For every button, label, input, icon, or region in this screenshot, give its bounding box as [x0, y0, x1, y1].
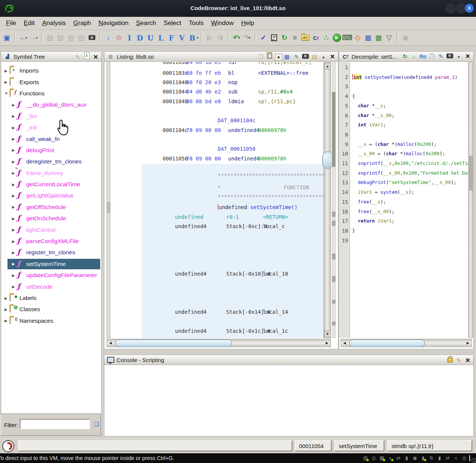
- menu-analysis[interactable]: Analysis: [39, 18, 70, 28]
- menu-search[interactable]: Search: [132, 18, 160, 28]
- toolbar-run-script-icon[interactable]: ▶: [332, 33, 342, 43]
- menu-file[interactable]: File: [2, 18, 20, 28]
- toolbar-diff-page-icon[interactable]: ▤: [77, 33, 86, 43]
- tree-item-debugprint[interactable]: ▶ƒdebugPrint: [1, 145, 101, 156]
- decompile-copy-icon[interactable]: ❐: [428, 52, 436, 61]
- vm-audio-icon[interactable]: ◖: [387, 455, 394, 461]
- decompile-edit-pencil-icon[interactable]: ✎: [437, 52, 445, 61]
- toolbar-table-icon[interactable]: ▦: [363, 33, 373, 43]
- tree-item-do-global-dtors-aux[interactable]: ▶ƒ__do_global_dtors_aux: [1, 99, 101, 110]
- tree-item-functions[interactable]: ▼ƒFunctions: [1, 88, 101, 99]
- decompile-vertical-scrollbar[interactable]: [468, 62, 473, 338]
- ghidra-status-icon[interactable]: [2, 440, 14, 452]
- decompile-header[interactable]: Cf Decompile: setS... ↻∴Ro❐✎▼✕: [339, 52, 473, 62]
- toolbar-datatype-folder-icon[interactable]: DT: [301, 33, 310, 43]
- toolbar-calltree-icon[interactable]: ∴: [322, 33, 331, 43]
- console-output[interactable]: [105, 365, 473, 436]
- toolbar-cf-icon[interactable]: Cf: [311, 33, 321, 43]
- expand-arrow-icon[interactable]: ▶: [12, 285, 15, 289]
- expand-arrow-icon[interactable]: ▶: [12, 194, 15, 198]
- toolbar-letter-D-icon[interactable]: D: [135, 33, 145, 43]
- listing-edit-fields-icon[interactable]: ✎: [292, 53, 301, 61]
- scroll-up-arrow[interactable]: ▲: [324, 63, 331, 70]
- toolbar-letter-B-icon[interactable]: B: [187, 33, 197, 43]
- tree-item-call-weak-fn[interactable]: ▶ƒcall_weak_fn: [1, 133, 101, 144]
- scroll-left-arrow[interactable]: ◀: [108, 340, 113, 346]
- listing-fields-icon[interactable]: ▦↓: [283, 53, 292, 61]
- decompile-refresh-icon[interactable]: ↻: [401, 52, 409, 61]
- vm-resize-grip[interactable]: [471, 458, 476, 463]
- decompile-vertical-scrollbar-thumb[interactable]: [469, 156, 473, 190]
- listing-dropdown-caret[interactable]: ▼: [319, 53, 328, 62]
- symbol-tree-header[interactable]: ▟ Symbol Tree ✎⇓✕: [1, 52, 101, 62]
- expand-arrow-icon[interactable]: ▶: [4, 296, 7, 300]
- toolbar-filmstrip-icon[interactable]: ≡: [290, 33, 300, 43]
- decompile-ro-icon[interactable]: Ro: [419, 52, 427, 61]
- vm-usb1-icon[interactable]: ▮: [403, 455, 410, 461]
- decompile-horizontal-scrollbar-thumb[interactable]: [349, 340, 425, 347]
- tree-item-namespaces[interactable]: ▶{}Namespaces: [1, 315, 101, 326]
- scroll-right-arrow[interactable]: ▶: [324, 340, 330, 346]
- menu-help[interactable]: Help: [237, 18, 258, 28]
- tree-item-labels[interactable]: ▶Labels: [1, 292, 101, 304]
- vm-settings-icon[interactable]: ◎: [461, 455, 468, 461]
- expand-arrow-icon[interactable]: ▶: [12, 148, 15, 152]
- tree-item-imports[interactable]: ▶▲Imports: [1, 65, 101, 76]
- console-close-icon[interactable]: ✕: [464, 356, 472, 364]
- expand-arrow-icon[interactable]: ▶: [12, 239, 15, 243]
- vm-printer-icon[interactable]: ◉: [411, 455, 418, 461]
- tree-item-getlightgpiovalue[interactable]: ▶ƒgetLightGpioValue: [1, 190, 101, 201]
- expand-arrow-icon[interactable]: ▶: [12, 273, 15, 278]
- toolbar-diff-page-icon[interactable]: ▤: [66, 33, 76, 43]
- vm-sound2-icon[interactable]: ◖: [452, 455, 460, 461]
- expand-arrow-icon[interactable]: ▶: [12, 171, 15, 175]
- expand-arrow-icon[interactable]: ▶: [12, 262, 15, 266]
- toolbar-diamond-icon[interactable]: ◇: [353, 33, 363, 43]
- toolbar-page-snapshot-icon[interactable]: [87, 33, 97, 43]
- console-lock-icon[interactable]: [446, 355, 454, 363]
- expand-arrow-icon[interactable]: ▶: [4, 307, 7, 312]
- listing-left-scrollbar[interactable]: [107, 62, 110, 338]
- listing-horizontal-scrollbar[interactable]: ◀ ▶: [107, 339, 331, 347]
- scroll-down-arrow[interactable]: ▼: [324, 331, 331, 337]
- tree-item-urldecode[interactable]: ▶ƒurlDecode: [1, 281, 101, 292]
- toolbar-diff-page-icon[interactable]: ▤: [56, 33, 65, 43]
- console-pencil-gold-icon[interactable]: ✎: [455, 356, 463, 365]
- decompile-close-icon[interactable]: ✕: [464, 52, 472, 60]
- decompile-dropdown-caret[interactable]: ▼: [455, 53, 463, 61]
- listing-horizontal-scrollbar-thumb[interactable]: [115, 340, 232, 347]
- symbol-tree-import-page-icon[interactable]: ⇓: [83, 52, 91, 60]
- toolbar-script-refresh-icon[interactable]: ↻: [280, 33, 289, 43]
- close-window-button[interactable]: X: [465, 4, 474, 13]
- toolbar-letter-I-icon[interactable]: I: [125, 33, 134, 43]
- expand-arrow-icon[interactable]: ▶: [4, 80, 7, 84]
- expand-arrow-icon[interactable]: ▶: [12, 126, 15, 130]
- vm-usb3-icon[interactable]: ▮: [436, 455, 443, 461]
- expand-arrow-icon[interactable]: ▶: [12, 251, 15, 255]
- toolbar-letter-U-icon[interactable]: U: [145, 33, 155, 43]
- toolbar-save-icon[interactable]: ▣: [2, 33, 12, 43]
- minimize-button[interactable]: [446, 4, 455, 13]
- toolbar-merge-right-icon[interactable]: ⇉: [215, 33, 225, 43]
- vm-serial-icon[interactable]: ⇄: [395, 455, 402, 461]
- expand-arrow-icon[interactable]: ▶: [4, 69, 7, 73]
- toolbar-disable-icon[interactable]: ⊘: [114, 33, 124, 43]
- decompile-snapshot-icon[interactable]: [446, 52, 454, 60]
- decompile-code[interactable]: int setSystemTime(undefined4 param_1){ c…: [350, 62, 468, 338]
- vm-display-icon[interactable]: ⇅: [428, 455, 435, 461]
- tree-item-getoffschedule[interactable]: ▶ƒgetOffSchedule: [1, 202, 101, 213]
- scroll-left-arrow[interactable]: ◀: [342, 340, 347, 346]
- expand-arrow-icon[interactable]: ▶: [12, 217, 15, 221]
- tree-item-register-tm-clones[interactable]: ▶ƒregister_tm_clones: [1, 247, 101, 258]
- vm-shared-icon[interactable]: ⇄: [444, 455, 451, 461]
- toolbar-diff-page-icon[interactable]: ▤: [45, 33, 55, 43]
- decompile-calltree-small-icon[interactable]: ∴: [410, 53, 418, 61]
- toolbar-table-export-icon[interactable]: ▦: [374, 33, 384, 43]
- expand-arrow-icon[interactable]: ▶: [4, 319, 7, 323]
- toolbar-redo-icon[interactable]: ↷▾: [242, 33, 252, 43]
- listing-copy-gray-icon[interactable]: ❐: [257, 53, 265, 61]
- listing-options-page-icon[interactable]: ▤: [310, 53, 319, 61]
- console-header[interactable]: Console - Scripting ✎✕: [104, 355, 473, 365]
- listing-cursor-tool-icon[interactable]: ➤: [274, 53, 283, 61]
- expand-arrow-icon[interactable]: ▶: [12, 114, 15, 118]
